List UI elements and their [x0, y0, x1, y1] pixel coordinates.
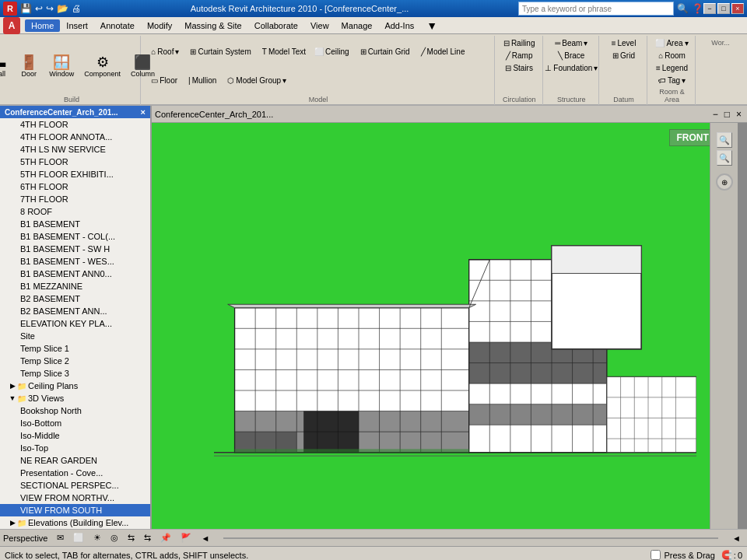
tree-item-b1-mezzanine[interactable]: B1 MEZZANINE: [0, 280, 150, 292]
help-btn[interactable]: ❓: [692, 3, 703, 14]
tree-item-presentation-cove[interactable]: Presentation - Cove...: [0, 467, 150, 479]
tree-item-temp-slice-3[interactable]: Temp Slice 3: [0, 367, 150, 380]
model-line-button[interactable]: ╱ Model Line: [417, 46, 469, 58]
zoom-out-button[interactable]: 🔍: [717, 150, 732, 166]
menu-manage[interactable]: Manage: [335, 19, 379, 32]
crop-button[interactable]: ⇆: [124, 531, 138, 544]
sun-button[interactable]: ☀: [90, 531, 104, 544]
stairs-button[interactable]: ⊟ Stairs: [501, 62, 537, 74]
legend-button[interactable]: ≡ Legend: [652, 62, 692, 74]
foundation-button[interactable]: ⊥ Foundation ▾: [541, 62, 601, 74]
tree-item-iso-top[interactable]: Iso-Top: [0, 442, 150, 454]
floor-button[interactable]: ▭ Floor: [147, 75, 181, 86]
tree-item-elevations[interactable]: ▶ 📁 Elevations (Building Elev...: [0, 516, 150, 529]
qat-redo[interactable]: ↪: [46, 3, 54, 14]
tree-item-5th-floor[interactable]: 5TH FLOOR: [0, 156, 150, 168]
ceiling-button[interactable]: ⬜ Ceiling: [310, 46, 353, 58]
room-button[interactable]: ⌂ Room: [654, 50, 689, 61]
view-type-3d-button[interactable]: ⬜: [70, 531, 87, 544]
component-button[interactable]: ⚙ Component: [80, 52, 124, 80]
tree-item-7th-floor[interactable]: 7TH FLOOR: [0, 193, 150, 205]
curtain-grid-button[interactable]: ⊞ Curtain Grid: [356, 46, 414, 58]
tree-item-view-from-south[interactable]: VIEW FROM SOUTH: [0, 504, 150, 516]
tree-item-b1-basement-ann[interactable]: B1 BASEMENT ANN0...: [0, 268, 150, 280]
tree-item-b2-basement[interactable]: B2 BASEMENT: [0, 292, 150, 305]
tree-item-4th-floor-annota[interactable]: 4TH FLOOR ANNOTA...: [0, 131, 150, 143]
model-group-button[interactable]: ⬡ Model Group ▾: [223, 75, 290, 86]
viewport-close-button[interactable]: ×: [734, 108, 744, 121]
minimize-button[interactable]: −: [703, 3, 716, 14]
maximize-button[interactable]: □: [717, 3, 730, 14]
brace-button[interactable]: ╲ Brace: [554, 50, 588, 61]
viewport-restore-button[interactable]: □: [722, 108, 732, 121]
roof-button[interactable]: ⌂ Roof ▾: [147, 46, 183, 58]
door-button[interactable]: 🚪 Door: [15, 52, 43, 80]
tree-item-b1-basement[interactable]: B1 BASEMENT: [0, 218, 150, 230]
area-button[interactable]: ⬜ Area ▾: [651, 37, 692, 49]
model-text-button[interactable]: T Model Text: [258, 46, 310, 58]
annotation-button[interactable]: 📌: [157, 531, 174, 544]
viewport-minimize-button[interactable]: −: [710, 108, 721, 121]
tree-item-6th-floor[interactable]: 6TH FLOOR: [0, 180, 150, 193]
close-button[interactable]: ×: [731, 3, 744, 14]
tree-item-temp-slice-1[interactable]: Temp Slice 1: [0, 342, 150, 355]
tree-item-b1-basement-wes[interactable]: B1 BASEMENT - WES...: [0, 255, 150, 268]
grid-button[interactable]: ⊞ Grid: [608, 50, 639, 61]
nav-wheel[interactable]: ⊕: [716, 173, 733, 191]
arrow-left-button[interactable]: ◄: [198, 532, 212, 544]
tree-item-site[interactable]: Site: [0, 330, 150, 342]
window-button[interactable]: 🪟 Window: [45, 52, 78, 80]
clip-button[interactable]: ⇆: [141, 531, 154, 544]
menu-home[interactable]: Home: [25, 19, 60, 32]
menu-extra[interactable]: ▼: [420, 18, 444, 33]
3d-views-toggle[interactable]: ▼: [8, 394, 17, 402]
menu-collaborate[interactable]: Collaborate: [248, 19, 304, 32]
tree-item-5th-floor-exhib[interactable]: 5TH FLOOR EXHIBITI...: [0, 168, 150, 180]
tree-item-b1-basement-col[interactable]: B1 BASEMENT - COL(...: [0, 230, 150, 243]
tree-item-elevation-key[interactable]: ELEVATION KEY PLA...: [0, 317, 150, 330]
render-button[interactable]: ◎: [107, 531, 121, 544]
qat-print[interactable]: 🖨: [72, 3, 81, 14]
tree-item-4th-floor[interactable]: 4TH FLOOR: [0, 118, 150, 131]
browser-close-icon[interactable]: ×: [141, 107, 146, 117]
menu-addins[interactable]: Add-Ins: [378, 19, 420, 32]
tree-item-4th-ls-nw[interactable]: 4TH LS NW SERVICE: [0, 143, 150, 156]
reveal-button[interactable]: 🚩: [177, 531, 195, 544]
ramp-button[interactable]: ╱ Ramp: [502, 50, 537, 61]
tree-item-bookshop-north[interactable]: Bookshop North: [0, 404, 150, 417]
qat-open[interactable]: 📂: [57, 3, 68, 14]
menu-insert[interactable]: Insert: [60, 19, 94, 32]
tree-item-8-roof[interactable]: 8 ROOF: [0, 205, 150, 218]
tree-item-iso-bottom[interactable]: Iso-Bottom: [0, 417, 150, 429]
mullion-button[interactable]: | Mullion: [184, 75, 220, 86]
tree-item-ne-rear-garden[interactable]: NE REAR GARDEN: [0, 454, 150, 467]
tree-item-iso-middle[interactable]: Iso-Middle: [0, 429, 150, 442]
tree-item-view-from-northv[interactable]: VIEW FROM NORTHV...: [0, 492, 150, 504]
tree-item-b1-basement-sw[interactable]: B1 BASEMENT - SW H: [0, 243, 150, 255]
zoom-in-button[interactable]: 🔍: [717, 132, 732, 148]
view-type-2d-button[interactable]: ✉: [54, 531, 67, 544]
menu-view[interactable]: View: [304, 19, 335, 32]
beam-button[interactable]: ═ Beam ▾: [551, 37, 591, 49]
search-input[interactable]: [519, 5, 673, 13]
app-logo[interactable]: A: [3, 17, 20, 34]
viewport-canvas[interactable]: FRONT V...: [152, 123, 738, 529]
ceiling-plans-toggle[interactable]: ▶: [8, 382, 17, 390]
search-icon[interactable]: 🔍: [677, 3, 689, 14]
curtain-system-button[interactable]: ⊞ Curtain System: [186, 46, 254, 58]
tag-button[interactable]: 🏷 Tag ▾: [654, 75, 689, 86]
tree-item-temp-slice-2[interactable]: Temp Slice 2: [0, 355, 150, 367]
press-drag-checkbox[interactable]: [651, 550, 661, 560]
tree-item-b2-basement-ann[interactable]: B2 BASEMENT ANN...: [0, 305, 150, 317]
menu-massing[interactable]: Massing & Site: [178, 19, 247, 32]
menu-annotate[interactable]: Annotate: [94, 19, 141, 32]
wall-button[interactable]: ▬ Wall: [0, 52, 12, 80]
qat-save[interactable]: 💾: [20, 3, 32, 14]
qat-undo[interactable]: ↩: [35, 3, 43, 14]
elevations-toggle[interactable]: ▶: [8, 519, 17, 527]
level-button[interactable]: ≡ Level: [608, 37, 640, 49]
tree-item-ceiling-plans[interactable]: ▶ 📁 Ceiling Plans: [0, 380, 150, 392]
menu-modify[interactable]: Modify: [141, 19, 178, 32]
railing-button[interactable]: ⊟ Railing: [500, 37, 539, 49]
tree-item-sectional-perspec[interactable]: SECTIONAL PERSPEC...: [0, 479, 150, 492]
